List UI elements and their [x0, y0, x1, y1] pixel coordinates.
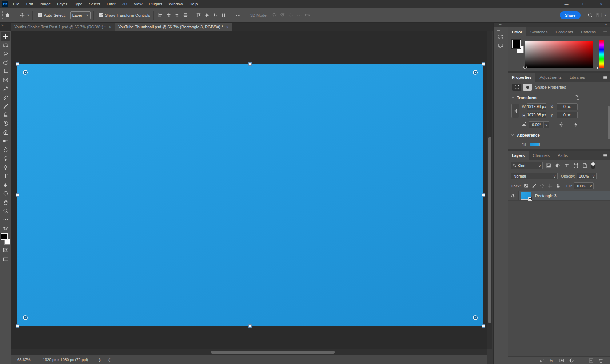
- properties-tab-properties[interactable]: Properties: [508, 73, 535, 82]
- transform-handle-bottom-right[interactable]: [482, 324, 485, 328]
- panel-scrollbar-thumb[interactable]: [608, 106, 610, 139]
- align-right-edges-icon[interactable]: [173, 11, 182, 20]
- menu-item-filter[interactable]: Filter: [103, 0, 119, 8]
- layer-mask-icon[interactable]: [559, 357, 565, 363]
- color-tab-swatches[interactable]: Swatches: [526, 27, 552, 36]
- vertical-scrollbar[interactable]: [487, 31, 492, 349]
- collapse-section-icon[interactable]: [511, 132, 515, 138]
- align-horizontal-centers-icon[interactable]: [165, 11, 173, 20]
- layers-tab-paths[interactable]: Paths: [554, 151, 572, 160]
- crop-tool[interactable]: [1, 67, 10, 76]
- menu-item-3d[interactable]: 3D: [119, 0, 131, 8]
- layer-name[interactable]: Rectangle 3: [535, 194, 557, 198]
- layer-row[interactable]: Rectangle 3: [508, 191, 610, 201]
- vertical-scrollbar-thumb[interactable]: [488, 137, 491, 323]
- collapse-panels-icon[interactable]: »»: [508, 23, 610, 27]
- menu-item-edit[interactable]: Edit: [23, 0, 36, 8]
- 3d-roll-icon[interactable]: [278, 11, 287, 20]
- filter-shape-icon[interactable]: [573, 162, 579, 169]
- color-tab-color[interactable]: Color: [508, 27, 526, 36]
- height-field[interactable]: 1079.98 px: [527, 112, 546, 118]
- 3d-orbit-icon[interactable]: [270, 11, 278, 20]
- flip-horizontal-icon[interactable]: [559, 122, 564, 127]
- menu-item-view[interactable]: View: [131, 0, 146, 8]
- transform-handle-top-center[interactable]: [248, 62, 252, 66]
- lock-artboard-icon[interactable]: [548, 183, 553, 188]
- link-dimensions-icon[interactable]: [511, 104, 519, 118]
- close-icon[interactable]: ×: [226, 25, 228, 29]
- chevron-down-icon[interactable]: ∨: [604, 13, 606, 17]
- saturation-brightness-field[interactable]: [525, 41, 593, 68]
- layer-thumbnail[interactable]: [521, 192, 531, 200]
- layer-visibility-eye-icon[interactable]: [508, 191, 519, 200]
- blend-mode-dropdown[interactable]: Normal ∨: [511, 173, 558, 179]
- color-tab-patterns[interactable]: Patterns: [577, 27, 600, 36]
- foreground-color-swatch[interactable]: [512, 40, 521, 48]
- expand-panels-icon[interactable]: ««: [494, 23, 508, 27]
- lasso-tool[interactable]: [1, 49, 10, 58]
- show-transform-checkbox[interactable]: [99, 13, 103, 17]
- adjustment-layer-icon[interactable]: [569, 357, 574, 363]
- move-tool[interactable]: [1, 32, 10, 41]
- eraser-tool[interactable]: [1, 128, 10, 137]
- shape-transform-icon[interactable]: [512, 84, 521, 91]
- home-icon[interactable]: [3, 11, 12, 20]
- flip-vertical-icon[interactable]: [573, 122, 578, 127]
- pen-tool[interactable]: [1, 163, 10, 171]
- quick-mask-mode-icon[interactable]: [1, 246, 10, 254]
- collapse-section-icon[interactable]: [511, 94, 515, 101]
- history-panel-icon[interactable]: [497, 33, 505, 41]
- filter-image-icon[interactable]: [545, 162, 552, 169]
- layer-filter-kind-dropdown[interactable]: Kind ∨: [511, 162, 543, 169]
- auto-select-checkbox[interactable]: [38, 13, 42, 17]
- panel-menu-icon[interactable]: [603, 153, 608, 159]
- properties-tab-adjustments[interactable]: Adjustments: [535, 73, 566, 82]
- distribute-horizontal-icon[interactable]: [220, 11, 228, 20]
- menu-item-select[interactable]: Select: [86, 0, 104, 8]
- menu-item-plugins[interactable]: Plugins: [145, 0, 165, 8]
- share-button[interactable]: Share: [560, 11, 581, 19]
- distribute-vertical-icon[interactable]: [182, 11, 190, 20]
- blur-tool[interactable]: [1, 145, 10, 154]
- transform-handle-middle-right[interactable]: [482, 193, 485, 197]
- menu-item-window[interactable]: Window: [166, 0, 186, 8]
- spot-healing-brush-tool[interactable]: [1, 93, 10, 102]
- close-icon[interactable]: ×: [593, 0, 610, 8]
- lock-all-icon[interactable]: [556, 183, 561, 188]
- panel-menu-icon[interactable]: [603, 75, 608, 81]
- auto-select-target-dropdown[interactable]: Layer ∨: [70, 11, 91, 19]
- menu-item-type[interactable]: Type: [71, 0, 86, 8]
- corner-radius-handle-bottom-left[interactable]: [23, 315, 28, 320]
- width-field[interactable]: 1919.98 px: [527, 103, 546, 110]
- close-icon[interactable]: ×: [109, 25, 111, 29]
- transform-handle-bottom-center[interactable]: [248, 324, 252, 328]
- menu-item-help[interactable]: Help: [186, 0, 201, 8]
- lock-transparency-icon[interactable]: [524, 183, 529, 188]
- maximize-icon[interactable]: □: [575, 0, 593, 8]
- foreground-color-swatch[interactable]: [1, 233, 8, 240]
- frame-tool[interactable]: [1, 76, 10, 84]
- filter-adjustment-icon[interactable]: [554, 162, 561, 169]
- opacity-dropdown[interactable]: 100% ∨: [577, 173, 597, 179]
- horizontal-scrollbar-thumb[interactable]: [211, 351, 335, 354]
- align-left-edges-icon[interactable]: [156, 11, 165, 20]
- ellipse-shape-tool[interactable]: [1, 189, 10, 198]
- zoom-level[interactable]: 66.67%: [17, 357, 31, 362]
- zoom-tool[interactable]: [1, 206, 10, 215]
- comments-panel-icon[interactable]: [497, 41, 505, 49]
- tab-overflow-icon[interactable]: »: [0, 23, 11, 31]
- document-tab-active[interactable]: YouTube Thumbnail.psd @ 66.7% (Rectangle…: [115, 23, 232, 31]
- new-layer-icon[interactable]: [588, 357, 594, 363]
- reset-transform-icon[interactable]: [574, 95, 579, 101]
- corner-radius-handle-top-left[interactable]: [23, 70, 28, 75]
- dodge-tool[interactable]: [1, 154, 10, 163]
- horizontal-scrollbar[interactable]: [11, 349, 487, 355]
- selected-layer[interactable]: Rectangle 3: [519, 191, 610, 200]
- align-bottom-edges-icon[interactable]: [211, 11, 220, 20]
- layers-tab-layers[interactable]: Layers: [508, 151, 529, 160]
- 3d-slide-icon[interactable]: [295, 11, 303, 20]
- transform-handle-bottom-left[interactable]: [16, 324, 19, 328]
- brush-tool[interactable]: [1, 102, 10, 110]
- gradient-tool[interactable]: [1, 137, 10, 145]
- filter-smart-object-icon[interactable]: [582, 162, 588, 169]
